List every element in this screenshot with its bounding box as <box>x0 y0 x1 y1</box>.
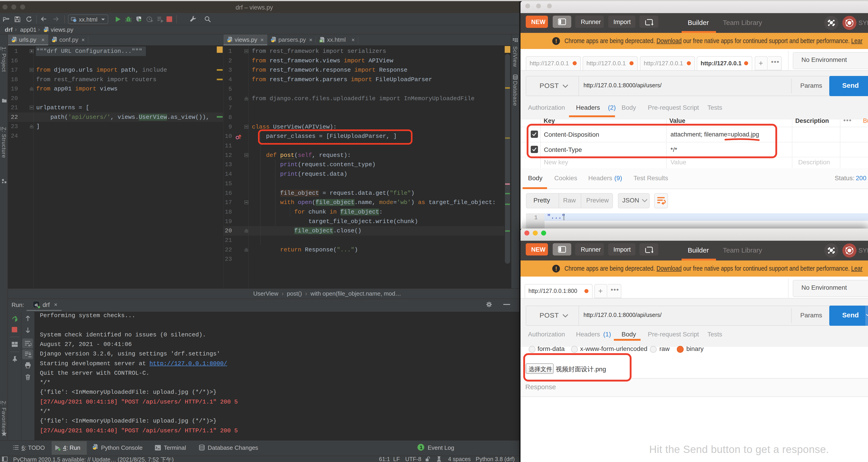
svg-text:H: H <box>320 40 322 42</box>
svg-text:dj: dj <box>35 303 38 307</box>
